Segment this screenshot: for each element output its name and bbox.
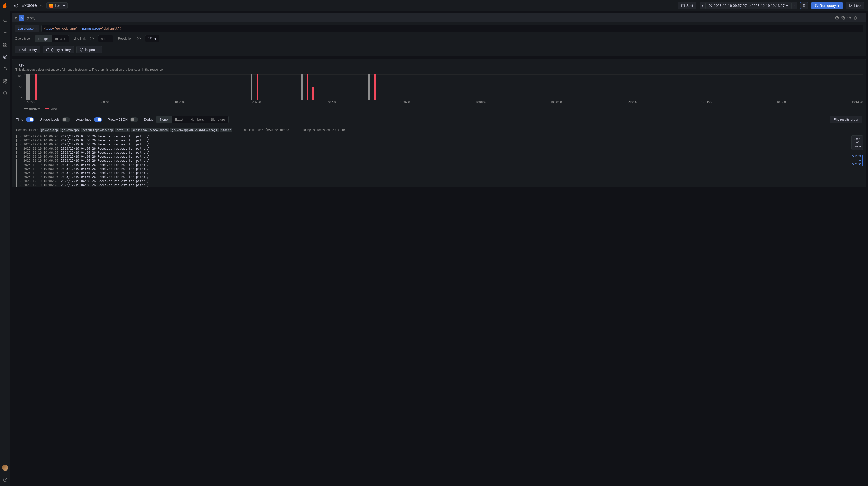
copy-icon[interactable] <box>841 16 845 20</box>
trash-icon[interactable] <box>854 16 857 20</box>
query-type-instant[interactable]: Instant <box>52 35 69 42</box>
search-icon[interactable] <box>2 17 8 23</box>
chevron-down-icon: ▾ <box>786 4 788 8</box>
log-row[interactable]: › 2023-12-19 10:06:26 2023/12/19 04:36:2… <box>12 163 866 167</box>
bell-icon[interactable] <box>2 66 8 72</box>
log-row[interactable]: › 2023-12-19 10:06:26 2023/12/19 04:36:2… <box>12 167 866 171</box>
dedup-group: None Exact Numbers Signature <box>156 116 229 123</box>
log-row[interactable]: › 2023-12-19 10:06:26 2023/12/19 04:36:2… <box>12 155 866 159</box>
query-expression-input[interactable]: {app="go-web-app", namespace="default"} <box>41 25 863 32</box>
more-icon[interactable]: ⋮ <box>860 16 863 20</box>
range-badge: Start of range <box>851 135 863 150</box>
expand-chevron-icon[interactable]: › <box>19 147 21 150</box>
info-icon[interactable]: i <box>90 37 94 40</box>
log-timestamp: 2023-12-19 10:06:26 <box>23 147 58 150</box>
log-row[interactable]: › 2023-12-19 10:06:26 2023/12/19 04:36:2… <box>12 159 866 163</box>
time-toggle[interactable] <box>26 117 34 122</box>
expand-chevron-icon[interactable]: › <box>19 155 21 158</box>
expand-chevron-icon[interactable]: › <box>19 168 21 170</box>
log-row[interactable]: › 2023-12-19 10:06:26 2023/12/19 04:36:2… <box>12 179 866 183</box>
chevron-down-icon: ▾ <box>154 37 156 41</box>
expand-chevron-icon[interactable]: › <box>19 151 21 154</box>
expand-chevron-icon[interactable]: › <box>19 184 21 187</box>
dedup-signature[interactable]: Signature <box>207 116 229 123</box>
log-row[interactable]: › 2023-12-19 10:06:26 2023/12/19 04:36:2… <box>12 175 866 179</box>
x-tick: 10:03:00 <box>99 100 110 105</box>
log-row[interactable]: › 2023-12-19 10:06:26 2023/12/19 04:36:2… <box>12 151 866 155</box>
log-row[interactable]: › 2023-12-19 10:06:26 2023/12/19 04:36:2… <box>12 134 866 138</box>
svg-rect-3 <box>3 45 5 46</box>
log-message: 2023/12/19 04:36:26 Received request for… <box>61 159 149 163</box>
expand-chevron-icon[interactable]: › <box>19 143 21 146</box>
log-row[interactable]: › 2023-12-19 10:06:26 2023/12/19 04:36:2… <box>12 147 866 151</box>
time-forward-button[interactable]: › <box>791 2 797 9</box>
apps-icon[interactable] <box>2 42 8 48</box>
log-row[interactable]: › 2023-12-19 10:06:26 2023/12/19 04:36:2… <box>12 171 866 175</box>
help-icon[interactable] <box>835 16 839 20</box>
expand-chevron-icon[interactable]: › <box>19 164 21 166</box>
shield-icon[interactable] <box>2 90 8 96</box>
log-row[interactable]: › 2023-12-19 10:06:26 2023/12/19 04:36:2… <box>12 138 866 142</box>
histogram-bar[interactable] <box>368 74 370 100</box>
inspector-button[interactable]: Inspector <box>76 46 102 53</box>
gear-icon[interactable] <box>2 78 8 84</box>
dedup-none[interactable]: None <box>156 116 171 123</box>
run-query-label: Run query <box>820 4 836 8</box>
histogram-bar[interactable] <box>257 74 258 100</box>
histogram-bar[interactable] <box>251 74 252 100</box>
wrap-lines-toggle[interactable] <box>94 117 102 122</box>
histogram-bar[interactable] <box>307 74 308 100</box>
log-message: 2023/12/19 04:36:26 Received request for… <box>61 163 149 167</box>
query-type-range[interactable]: Range <box>35 35 52 42</box>
compass-icon[interactable] <box>2 54 8 60</box>
dedup-numbers[interactable]: Numbers <box>187 116 207 123</box>
plus-icon[interactable] <box>2 29 8 36</box>
collapse-chevron-icon[interactable]: ▾ <box>15 16 17 20</box>
run-query-button[interactable]: Run query ▾ <box>811 2 843 9</box>
flip-results-button[interactable]: Flip results order <box>830 116 862 123</box>
split-button[interactable]: Split <box>678 2 696 9</box>
line-limit-input[interactable] <box>98 35 113 42</box>
split-label: Split <box>686 4 693 8</box>
expand-chevron-icon[interactable]: › <box>19 176 21 179</box>
y-tick: 50 <box>16 86 22 89</box>
expand-chevron-icon[interactable]: › <box>19 180 21 183</box>
log-row[interactable]: › 2023-12-19 10:06:26 2023/12/19 04:36:2… <box>12 183 866 187</box>
expand-chevron-icon[interactable]: › <box>19 135 21 138</box>
resolution-select[interactable]: 1/1 ▾ <box>145 35 159 42</box>
grafana-logo[interactable] <box>2 2 9 9</box>
query-row-label: A <box>19 15 24 21</box>
share-icon[interactable] <box>40 4 43 7</box>
eye-icon[interactable] <box>847 16 851 20</box>
log-timestamp: 2023-12-19 10:06:26 <box>23 183 58 187</box>
legend-error[interactable]: error <box>45 107 57 110</box>
legend-unknown[interactable]: unknown <box>24 107 41 110</box>
info-icon[interactable]: i <box>137 37 141 40</box>
help-icon[interactable] <box>2 477 8 483</box>
avatar[interactable] <box>2 465 8 471</box>
log-browser-button[interactable]: Log browser › <box>15 25 39 32</box>
time-range-button[interactable]: 2023-12-19 09:57:27 to 2023-12-19 10:13:… <box>705 2 791 9</box>
expand-chevron-icon[interactable]: › <box>19 172 21 174</box>
expand-chevron-icon[interactable]: › <box>19 139 21 142</box>
histogram-bar[interactable] <box>301 74 303 100</box>
expand-chevron-icon[interactable]: › <box>19 159 21 162</box>
log-row[interactable]: › 2023-12-19 10:06:26 2023/12/19 04:36:2… <box>12 142 866 147</box>
log-timestamp: 2023-12-19 10:06:26 <box>23 167 58 171</box>
histogram-bar[interactable] <box>26 74 28 100</box>
live-button[interactable]: Live <box>846 2 864 9</box>
unique-labels-toggle[interactable] <box>62 117 70 122</box>
query-datasource-label: (Loki) <box>27 16 35 20</box>
zoom-out-button[interactable] <box>800 2 808 9</box>
datasource-picker[interactable]: Loki ▾ <box>46 2 68 9</box>
histogram-bar[interactable] <box>28 74 30 100</box>
add-query-button[interactable]: + Add query <box>15 46 40 53</box>
prettify-json-toggle[interactable] <box>130 117 138 122</box>
query-history-button[interactable]: Query history <box>43 46 74 53</box>
time-back-button[interactable]: ‹ <box>700 2 705 9</box>
histogram-bar[interactable] <box>312 87 314 100</box>
histogram-bar[interactable] <box>374 74 376 100</box>
histogram-bar[interactable] <box>35 74 37 100</box>
logs-histogram: 100500 10:02:0010:03:0010:04:0010:05:001… <box>16 74 863 105</box>
dedup-exact[interactable]: Exact <box>172 116 187 123</box>
